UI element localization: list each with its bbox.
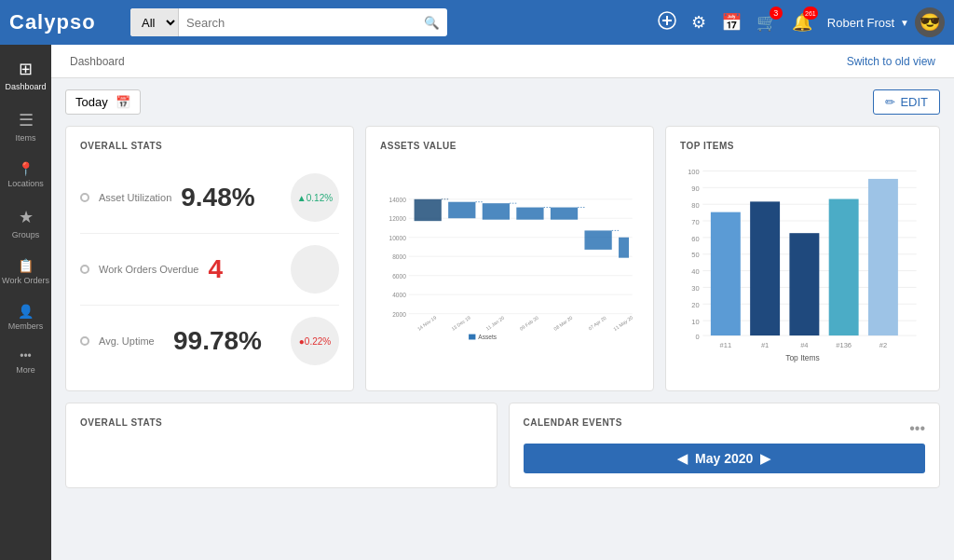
sidebar-item-items[interactable]: ☰ Items [0, 101, 51, 152]
stat-value: 99.78% [173, 326, 281, 356]
brand-logo: Calypso [9, 10, 121, 34]
svg-rect-37 [469, 335, 475, 340]
svg-text:09 Feb 20: 09 Feb 20 [519, 315, 539, 332]
svg-rect-63 [789, 233, 819, 335]
members-icon: 👤 [18, 304, 34, 319]
svg-rect-62 [750, 201, 780, 335]
stat-row: Work Orders Overdue 4 [80, 234, 339, 306]
sidebar-label-members: Members [8, 321, 44, 331]
sidebar-item-members[interactable]: 👤 Members [0, 294, 51, 340]
cards-row-bottom: OVERALL STATS CALENDAR EVENTS ••• ◀ May … [65, 403, 940, 488]
svg-text:Assets: Assets [478, 334, 497, 340]
assets-value-title: ASSETS VALUE [380, 141, 639, 151]
bell-icon[interactable]: 🔔 261 [792, 12, 812, 33]
top-items-card: TOP ITEMS 100 90 80 70 60 50 40 30 [665, 126, 940, 391]
sidebar-item-locations[interactable]: 📍 Locations [0, 152, 51, 198]
svg-rect-21 [483, 203, 510, 220]
switch-view-link[interactable]: Switch to old view [847, 55, 935, 68]
sidebar-item-workorders[interactable]: 📋 Work Orders [0, 249, 51, 294]
search-button[interactable]: 🔍 [416, 16, 447, 30]
svg-text:11 May 20: 11 May 20 [612, 314, 634, 332]
breadcrumb-bar: Dashboard Switch to old view [51, 45, 954, 78]
date-filter-label: Today [75, 95, 108, 109]
svg-text:14 Nov 19: 14 Nov 19 [416, 315, 438, 332]
workorders-icon: 📋 [18, 258, 34, 273]
sidebar-item-dashboard[interactable]: ⊞ Dashboard [0, 49, 51, 101]
calendar-icon[interactable]: 📅 [721, 12, 742, 33]
locations-icon: 📍 [18, 161, 34, 176]
dashboard-icon: ⊞ [19, 59, 33, 79]
overall-stats-card: OVERALL STATS Asset Utilization 9.48% ▲0… [65, 126, 354, 391]
stat-row: Asset Utilization 9.48% ▲0.12% [80, 162, 339, 234]
svg-rect-61 [711, 212, 741, 335]
stat-label: Work Orders Overdue [99, 263, 198, 276]
gear-icon[interactable]: ⚙ [691, 12, 706, 33]
svg-text:0: 0 [695, 333, 699, 341]
stat-value: 4 [208, 254, 281, 284]
edit-label: EDIT [900, 95, 928, 109]
svg-text:14000: 14000 [389, 197, 407, 203]
avatar: 😎 [915, 7, 945, 37]
stat-label: Avg. Uptime [99, 335, 164, 348]
sidebar-label-dashboard: Dashboard [5, 82, 46, 91]
svg-text:#2: #2 [879, 341, 887, 349]
svg-text:90: 90 [691, 184, 699, 193]
stat-badge: ▲0.12% [291, 173, 339, 222]
svg-text:12000: 12000 [389, 215, 407, 222]
calendar-month-header: ◀ May 2020 ▶ [524, 444, 926, 473]
svg-text:20: 20 [691, 301, 699, 309]
search-category-dropdown[interactable]: All [130, 8, 179, 36]
dashboard-content: Today 📅 ✏ EDIT OVERALL STATS Asset Utili… [51, 78, 954, 560]
groups-icon: ★ [19, 207, 34, 227]
svg-text:50: 50 [691, 251, 699, 259]
date-filter[interactable]: Today 📅 [65, 89, 141, 115]
edit-button[interactable]: ✏ EDIT [873, 89, 940, 115]
sidebar-item-more[interactable]: ••• More [0, 340, 51, 384]
prev-month-icon[interactable]: ◀ [677, 451, 688, 466]
sidebar-label-more: More [16, 365, 35, 375]
next-month-icon[interactable]: ▶ [760, 451, 770, 466]
svg-text:#4: #4 [800, 341, 808, 349]
svg-rect-25 [551, 208, 578, 220]
svg-text:Top Items: Top Items [785, 353, 820, 362]
svg-rect-64 [829, 199, 859, 336]
main-content: Dashboard Switch to old view Today 📅 ✏ E… [51, 45, 954, 560]
svg-text:08 Mar 20: 08 Mar 20 [552, 315, 573, 332]
more-options-icon[interactable]: ••• [909, 420, 925, 437]
items-icon: ☰ [19, 110, 34, 130]
sidebar-item-groups[interactable]: ★ Groups [0, 198, 51, 249]
pencil-icon: ✏ [885, 95, 895, 109]
svg-text:100: 100 [688, 168, 700, 176]
search-input[interactable] [179, 16, 416, 30]
breadcrumb: Dashboard [70, 55, 125, 68]
svg-text:#11: #11 [720, 341, 732, 349]
user-menu[interactable]: Robert Frost ▼ 😎 [827, 7, 945, 37]
plus-icon[interactable] [658, 11, 676, 34]
svg-text:2000: 2000 [392, 311, 406, 318]
filter-bar: Today 📅 ✏ EDIT [65, 89, 940, 115]
stat-row: Avg. Uptime 99.78% ●0.22% [80, 306, 339, 376]
stat-dot [80, 336, 89, 346]
sidebar-label-items: Items [15, 133, 35, 143]
svg-rect-29 [619, 238, 629, 258]
svg-rect-23 [516, 208, 543, 220]
svg-rect-65 [868, 179, 898, 335]
stat-badge [291, 245, 339, 294]
stat-value: 9.48% [181, 183, 281, 212]
svg-text:8000: 8000 [392, 253, 406, 260]
calendar-month-label: May 2020 [695, 451, 753, 466]
svg-text:#1: #1 [761, 341, 769, 349]
top-navigation: Calypso All 🔍 ⚙ 📅 🛒 3 🔔 261 Robert Frost… [0, 0, 954, 45]
svg-text:13 Dec 19: 13 Dec 19 [450, 315, 471, 332]
svg-rect-19 [448, 202, 475, 219]
svg-text:60: 60 [691, 235, 699, 243]
cart-icon[interactable]: 🛒 3 [756, 12, 777, 33]
stat-label: Asset Utilization [99, 191, 171, 204]
calendar-events-title: CALENDAR EVENTS [524, 417, 622, 428]
svg-text:11 Jan 20: 11 Jan 20 [484, 315, 505, 332]
svg-text:80: 80 [691, 201, 699, 210]
user-name: Robert Frost [827, 16, 894, 30]
sidebar-label-workorders: Work Orders [2, 276, 49, 285]
svg-text:6000: 6000 [392, 273, 406, 280]
more-icon: ••• [20, 349, 32, 362]
